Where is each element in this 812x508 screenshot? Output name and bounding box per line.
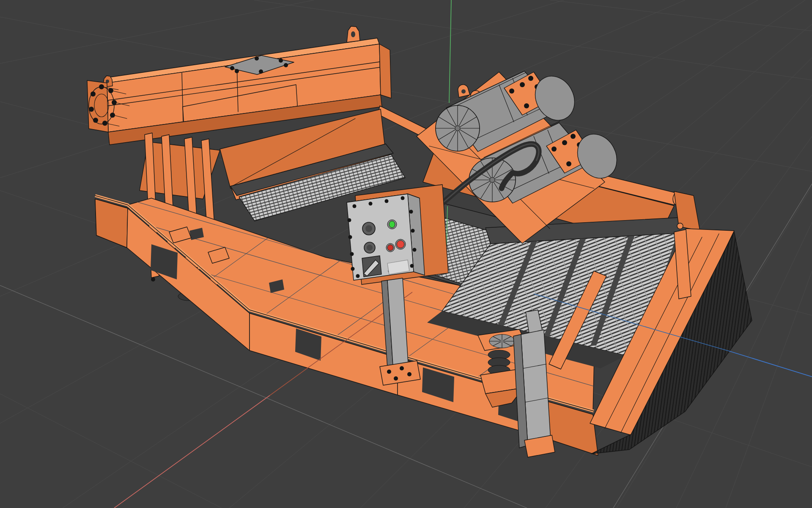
viewport-render[interactable] <box>0 0 812 508</box>
red-button-1[interactable] <box>387 245 393 251</box>
red-button-2[interactable] <box>397 240 404 248</box>
green-indicator-light <box>389 221 395 228</box>
control-panel[interactable] <box>347 185 448 284</box>
viewport-canvas[interactable] <box>0 0 812 508</box>
